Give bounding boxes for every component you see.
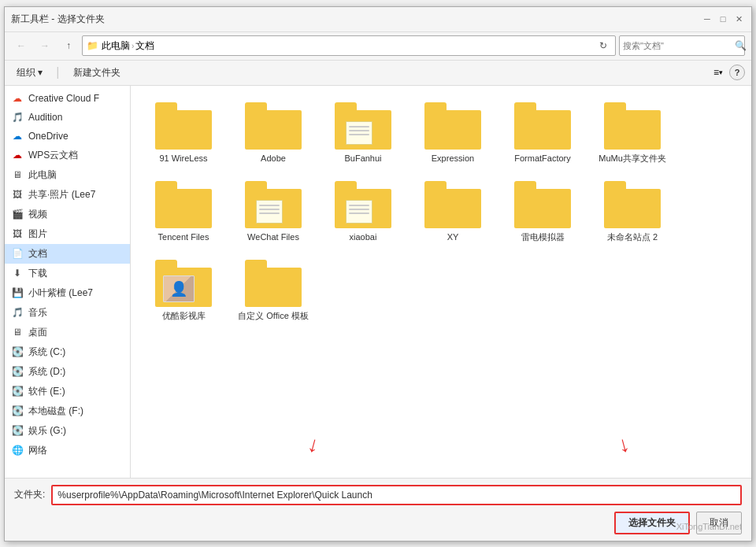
sidebar-item-audition[interactable]: 🎵Audition [5, 108, 130, 127]
file-item[interactable]: Adobe [230, 95, 317, 171]
folder-icon [155, 102, 212, 150]
address-path: 此电脑 › 文档 [102, 39, 591, 53]
sidebar-item-xiaoyezijin[interactable]: 💾小叶紫檀 (Lee7 [5, 283, 130, 303]
file-item[interactable]: 未命名站点 2 [589, 174, 676, 249]
file-area: 91 WireLessAdobeBuFanhuiExpressionFormat… [131, 86, 751, 478]
sidebar-item-desktop[interactable]: 🖥桌面 [5, 323, 130, 342]
sidebar-label-sys-c: 系统 (C:) [28, 346, 65, 359]
folder-icon [335, 181, 391, 228]
folder-icon [155, 181, 212, 228]
file-item[interactable]: 👤优酷影视库 [140, 253, 227, 328]
sidebar-label-shared-photos: 共享·照片 (Lee7 [28, 188, 95, 201]
search-bar[interactable]: 🔍 [619, 35, 745, 56]
file-item[interactable]: FormatFactory [499, 95, 586, 171]
maximize-button[interactable]: □ [717, 13, 729, 25]
sidebar-item-creative-cloud[interactable]: ☁Creative Cloud F [5, 89, 130, 108]
file-name: Expression [432, 153, 474, 164]
file-item[interactable]: Expression [410, 95, 496, 171]
file-name: 自定义 Office 模板 [238, 310, 309, 321]
help-button[interactable]: ? [729, 65, 745, 80]
sidebar-label-desktop: 桌面 [28, 326, 47, 339]
sidebar-label-local-f: 本地磁盘 (F:) [28, 405, 83, 418]
view-controls: ≡ ▾ ? [709, 63, 745, 82]
sidebar-label-this-pc: 此电脑 [28, 168, 57, 182]
sidebar-item-videos[interactable]: 🎬视频 [5, 205, 130, 224]
search-input[interactable] [623, 41, 732, 50]
sidebar-item-downloads[interactable]: ⬇下载 [5, 264, 130, 283]
action-bar: 组织 ▾ | 新建文件夹 ≡ ▾ ? [5, 61, 751, 86]
sidebar-item-onedrive[interactable]: ☁OneDrive [5, 127, 130, 146]
watermark: XiTongTianDi.net [676, 522, 742, 531]
sidebar-icon-xiaoyezijin: 💾 [11, 286, 24, 299]
organize-button[interactable]: 组织 ▾ [11, 64, 48, 82]
view-toggle-button[interactable]: ≡ ▾ [709, 63, 728, 82]
sidebar-item-sys-d[interactable]: 💽系统 (D:) [5, 362, 130, 382]
sidebar-icon-documents: 📄 [11, 247, 24, 260]
sidebar-label-entertain-g: 娱乐 (G:) [28, 424, 66, 438]
folder-icon [514, 181, 571, 228]
window-title: 新工具栏 - 选择文件夹 [11, 13, 105, 26]
file-name: FormatFactory [514, 153, 571, 164]
file-name: Tencent Files [158, 231, 209, 242]
file-item[interactable]: 91 WireLess [140, 95, 227, 171]
title-bar: 新工具栏 - 选择文件夹 ─ □ ✕ [5, 7, 751, 32]
sidebar-item-network[interactable]: 🌐网络 [5, 441, 130, 460]
sidebar-label-xiaoyezijin: 小叶紫檀 (Lee7 [28, 286, 93, 300]
sidebar-item-this-pc[interactable]: 🖥此电脑 [5, 165, 130, 185]
sidebar-item-pictures[interactable]: 🖼图片 [5, 224, 130, 244]
up-button[interactable]: ↑ [58, 36, 79, 55]
navigation-toolbar: ← → ↑ 📁 此电脑 › 文档 ↻ 🔍 [5, 32, 751, 61]
address-bar[interactable]: 📁 此电脑 › 文档 ↻ [82, 35, 616, 56]
sidebar-icon-sys-d: 💽 [11, 365, 24, 378]
new-folder-button[interactable]: 新建文件夹 [68, 64, 126, 82]
folder-icon [424, 181, 481, 228]
file-item[interactable]: MuMu共享文件夹 [589, 95, 676, 171]
sidebar-icon-creative-cloud: ☁ [11, 92, 24, 105]
folder-icon [245, 260, 302, 307]
file-item[interactable]: BuFanhui [320, 95, 406, 171]
sidebar-label-network: 网络 [28, 444, 47, 457]
sidebar-icon-audition: 🎵 [11, 111, 24, 124]
close-button[interactable]: ✕ [732, 13, 745, 25]
file-path-input[interactable] [51, 485, 742, 505]
sidebar-item-documents[interactable]: 📄文档 [5, 244, 130, 264]
sidebar-icon-sys-c: 💽 [11, 346, 24, 358]
minimize-button[interactable]: ─ [701, 13, 713, 25]
folder-icon: 👤 [155, 260, 212, 307]
sidebar-item-local-f[interactable]: 💽本地磁盘 (F:) [5, 401, 130, 421]
sidebar-item-wps[interactable]: ☁WPS云文档 [5, 146, 130, 165]
sidebar-label-soft-e: 软件 (E:) [28, 385, 65, 398]
view-icon: ≡ [713, 67, 719, 78]
file-item[interactable]: Tencent Files [140, 174, 227, 249]
sidebar-label-videos: 视频 [28, 208, 47, 221]
buttons-row: 选择文件夹 取消 [14, 512, 742, 534]
folder-icon [424, 102, 481, 150]
file-item[interactable]: XY [410, 174, 496, 249]
address-part-docs: 文档 [135, 39, 154, 53]
sidebar-item-music[interactable]: 🎵音乐 [5, 303, 130, 323]
sidebar-label-onedrive: OneDrive [28, 131, 69, 142]
main-window: 新工具栏 - 选择文件夹 ─ □ ✕ ← → ↑ 📁 此电脑 › 文档 ↻ 🔍 … [4, 6, 752, 541]
folder-icon [604, 102, 661, 150]
back-button[interactable]: ← [11, 36, 32, 55]
file-item[interactable]: WeChat Files [230, 174, 317, 249]
file-name: XY [447, 231, 459, 242]
sidebar-item-soft-e[interactable]: 💽软件 (E:) [5, 382, 130, 401]
file-item[interactable]: 雷电模拟器 [499, 174, 586, 249]
sidebar-icon-this-pc: 🖥 [11, 168, 24, 181]
sidebar-item-entertain-g[interactable]: 💽娱乐 (G:) [5, 421, 130, 441]
sidebar-item-shared-photos[interactable]: 🖼共享·照片 (Lee7 [5, 185, 130, 205]
sidebar-label-music: 音乐 [28, 306, 47, 320]
refresh-button[interactable]: ↻ [595, 37, 612, 54]
file-item[interactable]: 自定义 Office 模板 [230, 253, 317, 328]
file-item[interactable]: xiaobai [320, 174, 406, 249]
file-label: 文件夹: [14, 488, 45, 501]
main-content: ☁Creative Cloud F🎵Audition☁OneDrive☁WPS云… [5, 86, 751, 478]
sidebar-icon-downloads: ⬇ [11, 267, 24, 279]
file-name: BuFanhui [344, 153, 381, 164]
folder-icon [245, 102, 302, 150]
sidebar-label-downloads: 下载 [28, 267, 47, 280]
forward-button[interactable]: → [35, 36, 55, 55]
sidebar-item-sys-c[interactable]: 💽系统 (C:) [5, 342, 130, 362]
sidebar-icon-pictures: 🖼 [11, 227, 24, 240]
